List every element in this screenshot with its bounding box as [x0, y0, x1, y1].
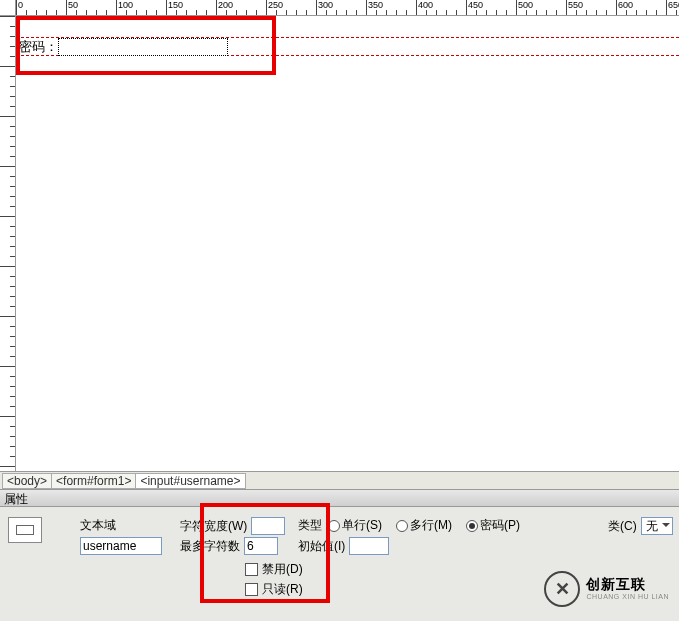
properties-panel: 文本域 字符宽度(W) 最多字符数 初始值(I) 类型 单行(S) 多行(M) … [0, 507, 679, 621]
textfield-icon [8, 517, 42, 543]
class-label: 类(C) [608, 518, 637, 535]
ruler-vertical [0, 16, 16, 471]
logo-cn: 创新互联 [586, 577, 669, 592]
logo-icon: ✕ [544, 571, 580, 607]
class-dropdown[interactable]: 无 [641, 517, 673, 535]
ruler-horizontal: 050100150200250300350400450500550600650 [16, 0, 679, 16]
highlight-properties [200, 503, 330, 603]
radio-multi-line[interactable]: 多行(M) [396, 517, 452, 534]
highlight-canvas [16, 16, 276, 75]
id-input[interactable] [80, 537, 162, 555]
ruler-corner [0, 0, 16, 16]
watermark-logo: ✕ 创新互联 CHUANG XIN HU LIAN [544, 571, 669, 607]
radio-password[interactable]: 密码(P) [466, 517, 520, 534]
radio-single-line[interactable]: 单行(S) [328, 517, 382, 534]
breadcrumb-input[interactable]: <input#username> [135, 473, 245, 489]
design-canvas[interactable]: 密码： [16, 16, 679, 471]
properties-panel-title: 属性 [0, 489, 679, 507]
breadcrumb-body[interactable]: <body> [2, 473, 52, 489]
tag-selector-breadcrumb[interactable]: <body> <form#form1> <input#username> [0, 471, 679, 489]
logo-en: CHUANG XIN HU LIAN [586, 593, 669, 601]
breadcrumb-form[interactable]: <form#form1> [51, 473, 136, 489]
init-value-input[interactable] [349, 537, 389, 555]
textfield-label: 文本域 [80, 517, 116, 534]
